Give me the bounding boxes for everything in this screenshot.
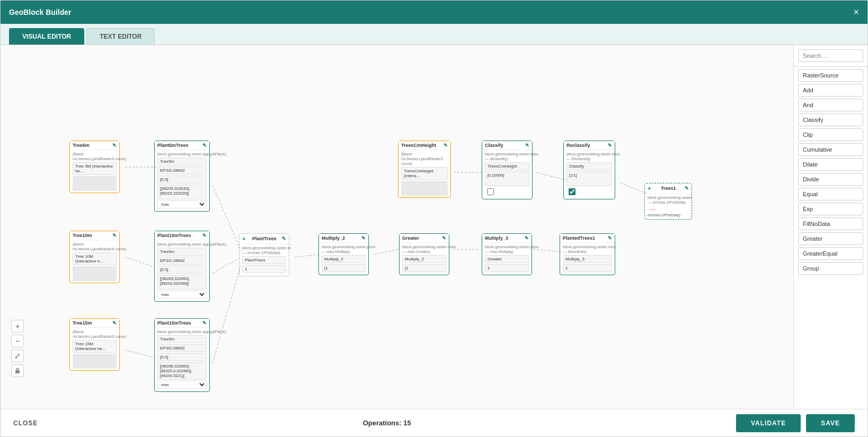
sidebar-search-area [794,45,867,67]
node-reclassify-checkbox[interactable] [569,188,575,195]
canvas-area[interactable]: Tree5m ✎ (Band: rst.blocks.LjandRaster6.… [1,45,793,409]
node-plant15mtrees-edit[interactable]: ✎ [202,320,207,326]
svg-line-2 [125,350,157,358]
node-planttrees-header: + PlantTrees ✎ [240,234,289,244]
node-plantedtrees1-edit[interactable]: ✎ [608,235,612,241]
sidebar-item-add[interactable]: Add [798,84,863,97]
node-trees1-edit[interactable]: ✎ [685,186,689,191]
node-plant15mtrees-header: Plant15mTrees ✎ [155,319,209,328]
node-plant15mtrees-select[interactable]: max [157,381,207,389]
fit-button[interactable]: ⤢ [11,349,24,362]
node-planttrees-subtitle: block.geomodeling.raster.al — erroras 2/… [242,246,286,255]
node-plantedtrees1-title: PlantedTrees1 [563,235,595,241]
svg-rect-13 [15,370,20,373]
node-multiply2-field: Multiply_2 [322,255,366,263]
node-treescmheight-subtitle: (Band: rst.blocks.LjandRasterS curve) [401,152,448,166]
node-plant5mtrees: Plant5mTrees ✎ block.geomodeling.raster.… [154,141,210,212]
node-tree15m-edit[interactable]: ✎ [112,320,117,326]
node-multiply2-title: Multiply_2 [322,235,345,241]
node-reclassify-checkbox-field [566,187,612,196]
sidebar-item-classify[interactable]: Classify [798,113,863,126]
node-trees1-minus[interactable]: — [648,206,656,212]
node-plant5mtrees-subtitle: block.geomodeling.raster.applyAPlace) [157,152,207,156]
node-multiply2-header: Multiply_2 ✎ [319,234,368,243]
search-input[interactable] [798,49,863,62]
node-tree10m-preview: Tree 10M (Interactive h... [73,252,117,265]
node-planttrees-value: 1 [242,265,286,273]
sidebar-item-greaterequal[interactable]: GreaterEqual [798,247,863,260]
node-classify-checkbox[interactable] [487,188,494,195]
node-trees1-plus[interactable]: + [648,185,651,191]
close-button[interactable]: CLOSE [13,419,38,427]
zoom-in-button[interactable]: + [11,320,24,333]
node-trees1-title: Trees1 [661,186,676,191]
node-planttrees-plus[interactable]: + [242,235,245,242]
node-plant10mtrees-select[interactable]: max [157,291,207,299]
node-tree5m-edit[interactable]: ✎ [112,143,117,148]
sidebar-item-divide[interactable]: Divide [798,173,863,186]
sidebar-item-group[interactable]: Group [798,262,863,275]
sidebar-item-and[interactable]: And [798,99,863,111]
node-tree15m-header: Tree15m ✎ [70,319,119,328]
node-plant5mtrees-edit[interactable]: ✎ [202,143,207,148]
node-plant10mtrees-edit[interactable]: ✎ [202,233,207,238]
node-reclassify-edit[interactable]: ✎ [608,143,612,148]
node-multiply3-body: block.geomodeling.raster.plum — max.Mult… [482,243,532,275]
main-area: Tree5m ✎ (Band: rst.blocks.LjandRaster6.… [1,45,867,409]
save-button[interactable]: SAVE [806,414,855,432]
node-treescmheight-edit[interactable]: ✎ [444,143,448,148]
svg-line-4 [212,257,242,273]
window-close-button[interactable]: × [853,7,859,17]
node-tree5m: Tree5m ✎ (Band: rst.blocks.LjandRaster6.… [69,141,120,193]
sidebar-item-greater[interactable]: Greater [798,232,863,245]
lock-button[interactable] [11,364,24,377]
validate-button[interactable]: VALIDATE [736,414,801,432]
node-tree15m-title: Tree15m [73,320,92,326]
node-tree10m-edit[interactable]: ✎ [112,233,117,238]
node-greater-value: [1 [402,264,446,272]
node-trees1-label: erroras:2/PreData) [648,213,680,217]
node-planttrees-title: PlantTrees [252,236,277,241]
node-plantedtrees1-field: Multiply_3 [563,255,612,263]
zoom-out-button[interactable]: − [11,335,24,347]
sidebar-item-dilate[interactable]: Dilate [798,158,863,171]
sidebar-item-clip[interactable]: Clip [798,128,863,141]
app-title: GeoBlock Builder [9,8,71,16]
node-greater-title: Greater [402,235,419,241]
node-multiply3-title: Multiply_3 [485,235,508,241]
node-plant10mtrees-body: block.geomodeling.raster.applyAPlace) Tr… [155,240,209,301]
tabs-bar: VISUAL EDITOR TEXT EDITOR [1,24,867,45]
sidebar-item-fillnodata[interactable]: FillNoData [798,217,863,230]
node-trees1-header: + Trees1 ✎ [645,183,692,194]
node-plant5mtrees-select[interactable]: max [157,200,207,208]
node-tree15m: Tree15m ✎ (Band: rst.blocks.LjandRaster6… [69,318,120,371]
node-reclassify-field: Classify [566,162,612,170]
node-classify: Classify ✎ block.geomodeling.raster.misc… [482,141,533,199]
node-reclassify-header: Reclassify ✎ [564,141,615,150]
node-classify-subtitle: block.geomodeling.raster.misc — dtclassi… [485,152,529,161]
node-greater-subtitle: block.geomodeling.raster.clum — max.Crea… [402,244,446,254]
tab-visual-editor[interactable]: VISUAL EDITOR [9,28,84,45]
node-planttrees-edit[interactable]: ✎ [282,236,286,241]
node-treescmheight-img [401,181,448,196]
node-classify-edit[interactable]: ✎ [525,143,529,148]
node-tree5m-body: (Band: rst.blocks.LjandRaster6.curve) Tr… [70,150,119,193]
node-plant15mtrees-body: block.geomodeling.raster.applyAPlace) Tr… [155,328,209,391]
node-treescmheight-body: (Band: rst.blocks.LjandRasterS curve) Tr… [398,150,450,197]
node-multiply3-edit[interactable]: ✎ [525,235,529,241]
node-tree5m-title: Tree5m [73,143,90,148]
node-greater-edit[interactable]: ✎ [442,235,446,241]
node-multiply2-edit[interactable]: ✎ [361,235,366,241]
node-plant15mtrees-f1: Tree5m [157,335,207,343]
node-plant10mtrees-header: Plant10mTrees ✎ [155,231,209,240]
sidebar-item-equal[interactable]: Equal [798,188,863,200]
svg-line-5 [212,263,242,363]
node-plant5mtrees-title: Plant5mTrees [157,143,189,148]
sidebar-item-cumulative[interactable]: Cumulative [798,143,863,156]
sidebar-item-exp[interactable]: Exp [798,203,863,215]
title-bar: GeoBlock Builder × [1,1,867,24]
tab-text-editor[interactable]: TEXT EDITOR [86,28,155,45]
footer: CLOSE Operations: 15 VALIDATE SAVE [1,409,867,436]
svg-line-1 [125,257,157,268]
sidebar-item-rastersource[interactable]: RasterSource [798,69,863,82]
